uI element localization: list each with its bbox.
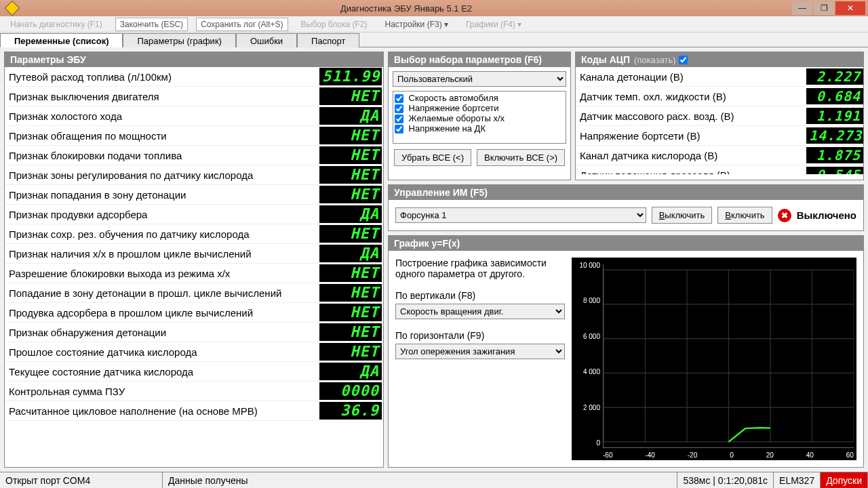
param-value: НЕТ — [319, 304, 382, 321]
adc-value: 1.875 — [806, 147, 863, 163]
param-label: Признак обнаружения детонации — [5, 327, 319, 338]
y-axis-label: По вертикали (F8) — [395, 290, 565, 301]
minimize-button[interactable]: — — [792, 1, 812, 15]
adc-value: 1.191 — [806, 108, 863, 124]
settings-menu[interactable]: Настройки (F3) ▾ — [380, 18, 453, 31]
remove-all-button[interactable]: Убрать ВСЕ (<) — [394, 149, 471, 166]
param-row[interactable]: Текущее состояние датчика кислородаДА — [5, 362, 383, 382]
adc-row[interactable]: Датчик положения дросселя (В)0.545 — [576, 165, 863, 174]
tab-errors[interactable]: Ошибки — [236, 33, 297, 47]
param-check-item[interactable]: Скорость автомобиля — [395, 93, 564, 103]
param-label: Путевой расход топлива (л/100км) — [5, 71, 319, 83]
save-log-button[interactable]: Сохранить лог (Alt+S) — [196, 18, 288, 31]
actuator-off-button[interactable]: Выключить — [652, 207, 713, 224]
chart-line — [604, 264, 854, 447]
add-all-button[interactable]: Включить ВСЕ (>) — [477, 149, 565, 166]
param-label: Текущее состояние датчика кислорода — [5, 366, 319, 378]
status-tolerance[interactable]: Допуски — [821, 472, 868, 488]
y-axis-select[interactable]: Скорость вращения двиг. — [395, 304, 565, 319]
param-select-panel: Выбор набора параметров (F6) Пользовател… — [388, 52, 571, 180]
status-port: Открыт порт COM4 — [0, 472, 163, 488]
param-value: НЕТ — [319, 186, 382, 203]
stop-diagnostics-button[interactable]: Закончить (ESC) — [115, 18, 188, 31]
param-label: Признак блокировки подачи топлива — [5, 150, 319, 161]
im-control-panel: Управление ИМ (F5) Форсунка 1 Выключить … — [388, 184, 864, 231]
window-title: Диагностика ЭБУ Январь 5.1 E2 — [22, 3, 791, 14]
param-value: НЕТ — [319, 323, 382, 341]
start-diagnostics-button[interactable]: Начать диагностику (F1) — [5, 18, 107, 31]
adc-label: Датчик массового расх. возд. (В) — [576, 110, 806, 122]
param-row[interactable]: Признак попадания в зону детонацииНЕТ — [5, 185, 383, 205]
ecu-params-list[interactable]: Путевой расход топлива (л/100км)511.99Пр… — [5, 67, 383, 467]
graph-panel: График y=F(x) Построение графика зависим… — [388, 235, 864, 468]
ecu-params-panel: Параметры ЭБУ Путевой расход топлива (л/… — [4, 52, 384, 468]
param-row[interactable]: Признак сохр. рез. обучения по датчику к… — [5, 224, 383, 244]
param-label: Разрешение блокировки выхода из режима х… — [5, 268, 319, 279]
block-select-button[interactable]: Выбор блока (F2) — [296, 18, 372, 31]
param-row[interactable]: Признак обгащения по мощностиНЕТ — [5, 126, 383, 146]
param-row[interactable]: Контрольная сумма ПЗУ0000 — [5, 382, 383, 401]
param-value: 0000 — [319, 382, 382, 400]
param-value: 36.9 — [319, 402, 382, 420]
charts-menu[interactable]: Графики (F4) ▾ — [461, 18, 526, 31]
param-value: ДА — [319, 245, 382, 262]
graph-description: Построение графика зависимости одного па… — [395, 258, 565, 279]
param-row[interactable]: Продувка адсорбера в прошлом цикле вычис… — [5, 303, 383, 323]
param-value: 511.99 — [319, 68, 382, 85]
adc-show-checkbox[interactable] — [679, 56, 688, 64]
param-row[interactable]: Прошлое состояние датчика кислородаНЕТ — [5, 342, 383, 362]
param-row[interactable]: Путевой расход топлива (л/100км)511.99 — [5, 67, 383, 87]
param-row[interactable]: Признак зоны регулирования по датчику ки… — [5, 165, 383, 185]
param-row[interactable]: Признак наличия х/х в прошлом цикле вычи… — [5, 244, 383, 264]
param-check-item[interactable]: Желаемые обороты х/х — [395, 113, 564, 123]
graph-header: График y=F(x) — [389, 236, 863, 251]
param-value: НЕТ — [319, 87, 382, 105]
stop-icon[interactable]: ✖ — [778, 209, 791, 222]
param-value: НЕТ — [319, 343, 382, 361]
param-row[interactable]: Разрешение блокировки выхода из режима х… — [5, 264, 383, 283]
main-tabs: Переменные (список) Параметры (график) О… — [0, 33, 868, 47]
status-adapter: ELM327 — [774, 472, 821, 488]
param-row[interactable]: Попадание в зону детонации в прошл. цикл… — [5, 283, 383, 303]
preset-select[interactable]: Пользовательский — [393, 71, 566, 87]
adc-list[interactable]: Канала детонации (В)2.227Датчик темп. ох… — [576, 67, 863, 174]
ecu-params-header: Параметры ЭБУ — [5, 52, 383, 67]
adc-row[interactable]: Датчик массового расх. возд. (В)1.191 — [576, 106, 863, 126]
param-row[interactable]: Признак обнаружения детонацииНЕТ — [5, 323, 383, 342]
tab-variables[interactable]: Переменные (список) — [0, 33, 123, 47]
adc-row[interactable]: Напряжение бортсети (В)14.273 — [576, 126, 863, 146]
param-value: ДА — [319, 363, 382, 380]
adc-header: Коды АЦП(показать) — [576, 52, 863, 67]
param-checklist[interactable]: Скорость автомобиля Напряжение бортсети … — [393, 91, 566, 144]
x-axis-label: По горизонтали (F9) — [395, 330, 565, 341]
param-check-item[interactable]: Напряжение на ДК — [395, 123, 564, 134]
actuator-select[interactable]: Форсунка 1 — [395, 207, 646, 223]
param-value: НЕТ — [319, 146, 382, 164]
param-check-item[interactable]: Напряжение бортсети — [395, 103, 564, 113]
param-value: НЕТ — [319, 225, 382, 243]
param-row[interactable]: Расчитанное цикловое наполнение (на осно… — [5, 401, 383, 421]
adc-row[interactable]: Канала детонации (В)2.227 — [576, 67, 863, 87]
title-bar: Диагностика ЭБУ Январь 5.1 E2 — ❐ ✕ — [0, 0, 868, 16]
adc-value: 0.545 — [806, 167, 863, 174]
close-button[interactable]: ✕ — [835, 1, 865, 15]
maximize-button[interactable]: ❐ — [814, 1, 834, 15]
param-label: Продувка адсорбера в прошлом цикле вычис… — [5, 307, 319, 319]
adc-panel: Коды АЦП(показать) Канала детонации (В)2… — [575, 52, 864, 180]
param-label: Признак холостого хода — [5, 110, 319, 122]
actuator-on-button[interactable]: Включить — [717, 207, 772, 224]
adc-row[interactable]: Канал датчика кислорода (В)1.875 — [576, 146, 863, 165]
param-label: Признак наличия х/х в прошлом цикле вычи… — [5, 248, 319, 260]
param-row[interactable]: Признак холостого ходаДА — [5, 106, 383, 126]
param-select-header: Выбор набора параметров (F6) — [389, 52, 570, 67]
adc-value: 2.227 — [806, 68, 863, 85]
param-label: Признак обгащения по мощности — [5, 130, 319, 142]
param-row[interactable]: Признак выключения двигателяНЕТ — [5, 87, 383, 106]
param-row[interactable]: Признак блокировки подачи топливаНЕТ — [5, 146, 383, 165]
adc-row[interactable]: Датчик темп. охл. жидкости (В)0.684 — [576, 87, 863, 106]
param-row[interactable]: Признак продувки адсорбераДА — [5, 205, 383, 224]
tab-passport[interactable]: Паспорт — [297, 33, 359, 47]
tab-parameters[interactable]: Параметры (график) — [123, 33, 235, 47]
x-axis-select[interactable]: Угол опережения зажигания — [395, 344, 565, 359]
im-header: Управление ИМ (F5) — [389, 185, 863, 200]
